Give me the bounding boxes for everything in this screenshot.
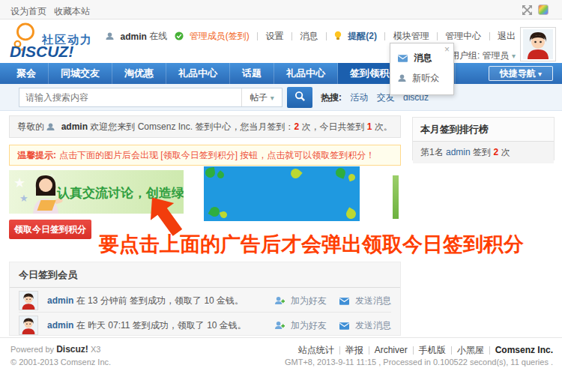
send-message-link[interactable]: 发送消息 — [355, 320, 391, 331]
leaf-icon — [216, 170, 226, 180]
search-icon — [294, 93, 306, 104]
monthly-rank-panel: 本月签到排行榜 第1名 admin 签到 2 次 — [412, 117, 555, 160]
usergroup-dropdown[interactable]: 用户组: 管理员 — [450, 50, 510, 61]
username-link[interactable]: admin — [120, 31, 146, 42]
avatar[interactable] — [520, 27, 556, 61]
dropdown-item-new-listener[interactable]: 新听众 — [390, 68, 453, 88]
set-home-link[interactable]: 设为首页 — [10, 5, 46, 18]
copyright: © 2001-2013 Comsenz Inc. — [10, 358, 111, 367]
footer-link-3[interactable]: 手机版 — [419, 345, 446, 355]
quick-nav-button[interactable]: 快捷导航 ▾ — [489, 66, 553, 81]
user-icon — [398, 74, 406, 85]
leaf-icon — [348, 173, 357, 182]
leaf-icon — [220, 211, 229, 220]
leaf-icon — [288, 166, 302, 180]
rank-username-link[interactable]: admin — [446, 147, 471, 157]
check-icon — [175, 31, 184, 43]
user-icon — [106, 32, 114, 43]
footer-link-0[interactable]: 站点统计 — [298, 345, 334, 355]
signin-time: 昨天 07:11 — [88, 320, 130, 331]
footer-link-1[interactable]: 举报 — [345, 345, 363, 355]
rank-title: 本月签到排行榜 — [413, 118, 554, 142]
leaf-icon — [345, 208, 358, 221]
footer-link-5[interactable]: Comsenz Inc. — [495, 345, 553, 355]
add-friend-link[interactable]: 加为好友 — [291, 295, 327, 306]
row-username-link[interactable]: admin — [47, 320, 73, 331]
bookmark-link[interactable]: 收藏本站 — [54, 5, 90, 18]
notice-dropdown-panel: × 消息 新听众 — [390, 43, 454, 95]
hot-link-0[interactable]: 活动 — [350, 92, 368, 103]
nav-item-3[interactable]: 礼品中心 — [166, 63, 230, 84]
warning-tip: 温馨提示:点击下面的图片后会出现 [领取今日签到积分] 按钮，点击就可以领取签到… — [9, 145, 401, 166]
hot-search-label: 热搜: — [321, 92, 342, 103]
nav-item-1[interactable]: 同城交友 — [49, 63, 112, 84]
bulb-icon — [334, 31, 342, 43]
avatar[interactable] — [19, 316, 38, 335]
footer-link-2[interactable]: Archiver — [375, 345, 408, 355]
messages-link[interactable]: 消息 — [300, 31, 318, 41]
logo-text[interactable]: DISCUZ! — [10, 43, 73, 61]
envelope-icon — [398, 54, 408, 64]
role-signin-link[interactable]: 管理成员(签到) — [190, 31, 250, 41]
search-input[interactable] — [25, 91, 235, 104]
divider — [291, 32, 292, 40]
nav-item-0[interactable]: 聚会 — [4, 63, 49, 84]
divider — [413, 346, 414, 355]
logout-link[interactable]: 退出 — [498, 31, 516, 41]
main-nav: 聚会 同城交友 淘优惠 礼品中心 话题 礼品中心 签到领积分 论坛 快捷导航 ▾ — [0, 63, 562, 84]
divider — [369, 346, 369, 355]
footer-stats: GMT+8, 2013-9-11 11:15 , Processed in 0.… — [285, 358, 553, 367]
rank-row: 第1名 admin 签到 2 次 — [413, 142, 554, 163]
top-mini-bar: 设为首页 收藏本站 — [0, 0, 562, 19]
section-title: 今日签到会员 — [10, 262, 400, 288]
divider — [339, 346, 340, 355]
search-strip: 帖子 ▾ 热搜: 活动 交友 discuz — [0, 84, 562, 111]
envelope-icon — [339, 322, 349, 332]
divider — [326, 32, 327, 40]
settings-link[interactable]: 设置 — [266, 31, 284, 41]
divider — [384, 32, 385, 40]
signin-row: admin 在 13 分钟前 签到成功，领取了 10 金钱。 加为好友 发送消息 — [19, 288, 391, 313]
footer-link-4[interactable]: 小黑屋 — [457, 345, 484, 355]
search-category-select[interactable]: 帖子 ▾ — [241, 88, 282, 106]
avatar[interactable] — [19, 291, 38, 310]
chevron-down-icon: ▾ — [538, 70, 542, 78]
welcome-username-link[interactable]: admin — [61, 121, 88, 132]
divider — [437, 32, 438, 40]
fullscreen-icon[interactable] — [522, 5, 532, 15]
close-icon[interactable]: × — [444, 45, 450, 54]
add-friend-link[interactable]: 加为好友 — [291, 320, 327, 331]
admin-center-link[interactable]: 管理中心 — [445, 31, 481, 41]
today-signin-section: 今日签到会员 admin 在 13 分钟前 签到成功，领取了 10 金钱。 加为… — [9, 262, 401, 336]
add-friend-icon — [275, 296, 285, 307]
powered-by: Powered by Discuz! X3 — [10, 344, 100, 355]
theme-color-icon[interactable] — [538, 4, 549, 15]
user-toolbar: admin 在线 管理成员(签到) 设置 消息 提醒(2) 模块管理 管理中心 … — [106, 30, 516, 43]
nav-item-4[interactable]: 话题 — [230, 63, 274, 84]
claim-signin-points-button[interactable]: 领取今日签到积分 — [9, 220, 91, 239]
user-icon — [46, 118, 55, 139]
nav-item-5[interactable]: 礼品中心 — [274, 63, 338, 84]
star-icon: ★ — [13, 175, 25, 191]
send-message-link[interactable]: 发送消息 — [355, 295, 391, 306]
warning-label: 温馨提示: — [17, 150, 56, 160]
divider — [257, 32, 258, 40]
row-username-link[interactable]: admin — [47, 295, 73, 306]
site-header: 社区动力 DISCUZ! admin 在线 管理成员(签到) 设置 消息 提醒(… — [0, 20, 562, 63]
module-admin-link[interactable]: 模块管理 — [393, 31, 429, 41]
divider — [451, 346, 452, 355]
ad-banner-blue[interactable] — [204, 166, 360, 221]
divider — [489, 32, 490, 40]
big-tip-text: 要点击上面的广告后才会弹出领取今日签到积分 — [99, 231, 524, 258]
search-button[interactable] — [287, 87, 312, 108]
welcome-notice: 尊敬的 admin 欢迎您来到 Comsenz Inc. 签到中心，您当月签到：… — [9, 115, 401, 138]
nav-item-2[interactable]: 淘优惠 — [112, 63, 166, 84]
online-status: 在线 — [149, 31, 167, 41]
leaf-icon — [205, 167, 216, 178]
discuz-brand-link[interactable]: Discuz! — [56, 344, 88, 355]
notice-link[interactable]: 提醒(2) — [348, 31, 377, 41]
signin-row: admin 在 昨天 07:11 签到成功，领取了 10 金钱。 加为好友 发送… — [19, 313, 391, 337]
add-friend-icon — [275, 321, 285, 332]
clipped-ad-edge — [393, 175, 399, 219]
signin-amount: 10 — [204, 295, 214, 306]
